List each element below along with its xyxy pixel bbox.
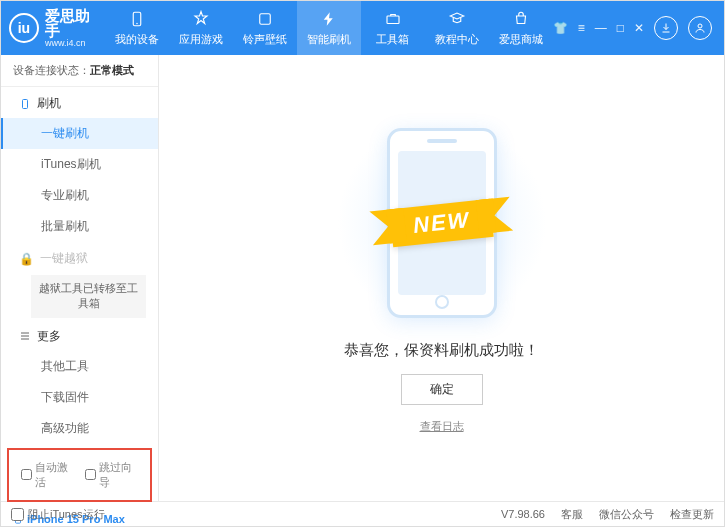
device-status: 设备连接状态：正常模式: [1, 55, 158, 87]
phone-icon: [19, 98, 31, 110]
maximize-icon[interactable]: □: [617, 21, 624, 35]
nav-apps-games[interactable]: 应用游戏: [169, 1, 233, 55]
sidebar-header-flash[interactable]: 刷机: [1, 87, 158, 118]
list-icon: [19, 330, 31, 342]
svg-rect-2: [259, 14, 270, 25]
options-highlight-box: 自动激活 跳过向导: [7, 448, 152, 502]
tutorial-icon: [447, 9, 467, 29]
sidebar-item-download-firmware[interactable]: 下载固件: [1, 382, 158, 413]
device-icon: [127, 9, 147, 29]
svg-rect-5: [23, 99, 28, 108]
success-message: 恭喜您，保资料刷机成功啦！: [344, 341, 539, 360]
sidebar-header-jailbreak: 🔒 一键越狱: [1, 242, 158, 273]
sidebar-item-pro-flash[interactable]: 专业刷机: [1, 180, 158, 211]
confirm-button[interactable]: 确定: [401, 374, 483, 405]
sidebar-item-advanced[interactable]: 高级功能: [1, 413, 158, 444]
svg-rect-3: [387, 16, 399, 24]
toolbox-icon: [383, 9, 403, 29]
checkbox-auto-activate[interactable]: 自动激活: [21, 460, 75, 490]
mall-icon: [511, 9, 531, 29]
nav-toolbox[interactable]: 工具箱: [361, 1, 425, 55]
checkbox-block-itunes[interactable]: 阻止iTunes运行: [11, 507, 105, 522]
menu-icon[interactable]: ≡: [578, 21, 585, 35]
sidebar-item-one-click-flash[interactable]: 一键刷机: [1, 118, 158, 149]
app-logo: iu 爱思助手 www.i4.cn: [9, 8, 105, 48]
sidebar-jailbreak-note[interactable]: 越狱工具已转移至工具箱: [31, 275, 146, 318]
version-label: V7.98.66: [501, 508, 545, 520]
apps-icon: [191, 9, 211, 29]
checkbox-skip-guide[interactable]: 跳过向导: [85, 460, 139, 490]
media-icon: [255, 9, 275, 29]
close-icon[interactable]: ✕: [634, 21, 644, 35]
sidebar-item-other-tools[interactable]: 其他工具: [1, 351, 158, 382]
sidebar-item-batch-flash[interactable]: 批量刷机: [1, 211, 158, 242]
nav-mall[interactable]: 爱思商城: [489, 1, 553, 55]
nav-my-device[interactable]: 我的设备: [105, 1, 169, 55]
lock-icon: 🔒: [19, 252, 34, 266]
view-log-link[interactable]: 查看日志: [420, 419, 464, 434]
minimize-icon[interactable]: —: [595, 21, 607, 35]
footer-wechat[interactable]: 微信公众号: [599, 507, 654, 522]
success-illustration: NEW: [352, 123, 532, 323]
skin-icon[interactable]: 👕: [553, 21, 568, 35]
app-name: 爱思助手: [45, 8, 105, 38]
download-icon[interactable]: [654, 16, 678, 40]
svg-point-4: [698, 24, 702, 28]
sidebar-header-more[interactable]: 更多: [1, 320, 158, 351]
footer-service[interactable]: 客服: [561, 507, 583, 522]
footer-check-update[interactable]: 检查更新: [670, 507, 714, 522]
user-icon[interactable]: [688, 16, 712, 40]
app-url: www.i4.cn: [45, 38, 105, 48]
sidebar-item-itunes-flash[interactable]: iTunes刷机: [1, 149, 158, 180]
flash-icon: [319, 9, 339, 29]
nav-smart-flash[interactable]: 智能刷机: [297, 1, 361, 55]
nav-tutorials[interactable]: 教程中心: [425, 1, 489, 55]
nav-ringtones[interactable]: 铃声壁纸: [233, 1, 297, 55]
svg-point-1: [136, 23, 138, 25]
